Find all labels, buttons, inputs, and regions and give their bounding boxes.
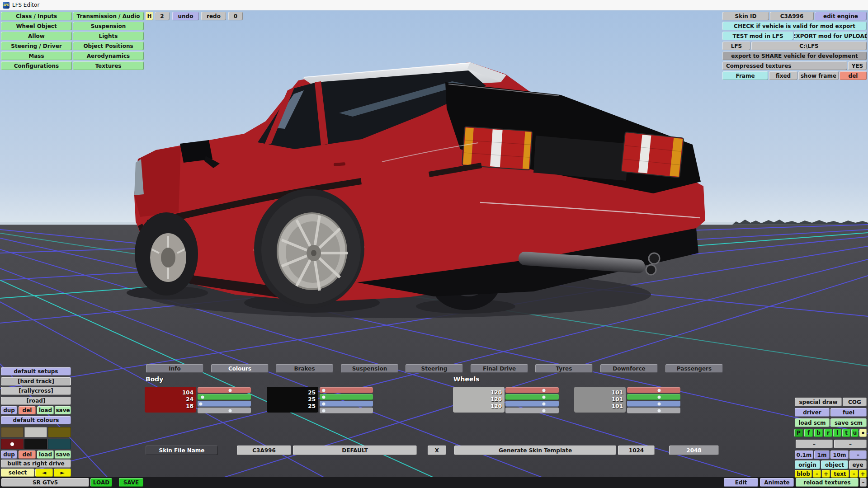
export-share-button[interactable]: export to SHARE vehicle for development [722,52,867,60]
setup-hard-track[interactable]: [hard track] [1,377,71,385]
menu-suspension[interactable]: Suspension [73,22,144,30]
viewport-3d[interactable] [0,10,868,488]
undo-button[interactable]: undo [172,12,199,20]
flag-p-button[interactable]: P [794,429,803,437]
blob-button[interactable]: blob [795,470,812,478]
body1-green-slider[interactable] [198,394,251,400]
flag-t-button[interactable]: t [842,429,850,437]
setup-dup-button[interactable]: dup [1,406,17,414]
grid-scale-dash-button[interactable]: – [849,450,867,459]
fuel-button[interactable]: fuel [830,408,867,417]
menu-wheel-object[interactable]: Wheel Object [1,22,72,30]
slider-handle[interactable] [542,389,545,392]
menu-transmission-audio[interactable]: Transmission / Audio [73,12,144,20]
colour-preset-1[interactable] [1,427,24,437]
skin-id-label[interactable]: Skin ID [722,12,769,20]
wheels2-red-slider[interactable] [627,387,680,393]
prev-arrow-button[interactable]: ◄ [35,469,53,477]
setup-road[interactable]: [road] [1,397,71,405]
body2-green-slider[interactable] [320,394,373,400]
colour-load-button[interactable]: load [37,450,54,459]
skin-default-button[interactable]: DEFAULT [293,446,417,455]
flag-u-button[interactable]: u [851,429,859,437]
wheels2-blue-slider[interactable] [627,401,680,407]
flag-dot-button[interactable]: ● [859,429,867,437]
dash-button-b[interactable]: – [834,440,867,448]
slider-handle[interactable] [201,395,204,399]
history-h-button[interactable]: H [146,12,153,20]
flag-r-button[interactable]: r [824,429,832,437]
check-valid-button[interactable]: CHECK if vehicle is valid for mod export [722,22,867,30]
show-frame-button[interactable]: show frame [798,71,839,80]
save-scm-button[interactable]: save scm [830,418,867,427]
body1-blue-slider[interactable] [198,401,251,407]
setup-load-button[interactable]: load [37,406,54,414]
next-arrow-button[interactable]: ► [54,469,71,477]
slider-handle[interactable] [657,395,660,399]
body2-blue-slider[interactable] [320,401,373,407]
menu-configurations[interactable]: Configurations [1,61,72,70]
tab-info[interactable]: Info [146,364,203,373]
load-scm-button[interactable]: load scm [795,418,830,427]
dash-button-a[interactable]: – [796,440,833,448]
vehicle-name-button[interactable]: SR GTv5 [1,478,89,487]
menu-textures[interactable]: Textures [73,61,144,70]
lfs-path[interactable]: C:\LFS [751,42,867,50]
colour-preset-4-selected[interactable] [1,439,24,449]
slider-handle[interactable] [657,402,660,405]
right-drive-toggle[interactable]: built as right drive [1,460,71,468]
slider-handle[interactable] [322,395,326,399]
tab-downforce[interactable]: Downforce [600,364,658,373]
edit-mode-button[interactable]: Edit [724,478,758,487]
colour-preset-3[interactable] [48,427,71,437]
slider-handle[interactable] [322,409,326,412]
setup-save-button[interactable]: save [55,406,71,414]
menu-mass[interactable]: Mass [1,52,72,60]
text-minus-button[interactable]: – [850,470,858,478]
menu-allow[interactable]: Allow [1,32,72,40]
frame-fixed-button[interactable]: fixed [769,71,797,80]
default-colours-header[interactable]: default colours [1,416,71,424]
redo-button[interactable]: redo [201,12,226,20]
compressed-textures-toggle[interactable]: YES [848,61,867,70]
cog-button[interactable]: COG [843,398,867,406]
tab-passengers[interactable]: Passengers [665,364,723,373]
text-plus-button[interactable]: + [859,470,867,478]
skin-name-button[interactable]: C3A996 [237,446,291,455]
setup-del-button[interactable]: del [19,406,36,414]
export-upload-button[interactable]: EXPORT mod for UPLOAD [794,32,867,40]
slider-handle[interactable] [199,402,203,405]
tab-colours[interactable]: Colours [211,364,269,373]
menu-steering-driver[interactable]: Steering / Driver [1,42,72,50]
select-button[interactable]: select [1,469,34,477]
colour-save-button[interactable]: save [55,450,71,459]
menu-aerodynamics[interactable]: Aerodynamics [73,52,144,60]
view-object-button[interactable]: object [821,460,848,469]
tab-tyres[interactable]: Tyres [535,364,593,373]
text-button[interactable]: text [831,470,849,478]
lfs-button[interactable]: LFS [722,42,750,50]
tab-brakes[interactable]: Brakes [276,364,333,373]
skin-res-1024-button[interactable]: 1024 [618,446,655,455]
colour-dup-button[interactable]: dup [1,450,17,459]
view-origin-button[interactable]: origin [795,460,820,469]
frame-del-button[interactable]: del [840,71,867,80]
slider-handle[interactable] [322,389,326,392]
slider-handle[interactable] [657,409,660,412]
driver-button[interactable]: driver [795,408,830,417]
blob-plus-button[interactable]: + [822,470,830,478]
body1-bright-slider[interactable] [198,408,251,413]
wheels1-red-slider[interactable] [505,387,559,393]
test-mod-button[interactable]: TEST mod in LFS [722,32,793,40]
body2-bright-slider[interactable] [320,408,373,413]
slider-handle[interactable] [542,409,545,412]
reload-dash-button[interactable]: – [860,478,867,487]
slider-handle[interactable] [657,389,660,392]
menu-lights[interactable]: Lights [73,32,144,40]
flag-f-button[interactable]: f [804,429,813,437]
wheels2-green-slider[interactable] [627,394,680,400]
edit-engine-button[interactable]: edit engine [815,12,867,20]
wheels1-bright-slider[interactable] [505,408,559,413]
slider-handle[interactable] [542,395,545,399]
frame-button[interactable]: Frame [722,71,768,80]
